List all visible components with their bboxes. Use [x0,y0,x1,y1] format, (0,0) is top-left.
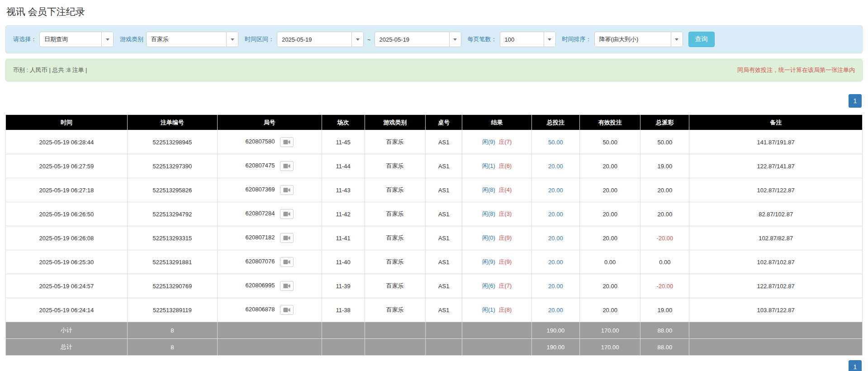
sort-order-label: 时间排序： [562,35,592,43]
cell-game-type: 百家乐 [365,202,425,226]
total-bet-link[interactable]: 20.00 [548,235,563,242]
column-header: 桌号 [426,115,462,130]
cell-time: 2025-05-19 06:26:50 [6,202,128,226]
cell-payout: 19.00 [640,298,689,322]
video-camera-icon [283,283,290,289]
sort-order-caret-button[interactable] [671,32,683,47]
cell-round-id: 620807284 [217,202,322,226]
cell-time: 2025-05-19 06:25:30 [6,250,128,274]
subtotal-label: 小计 [6,322,128,339]
cell-note: 102.87/82.87 [689,226,863,250]
video-replay-button[interactable] [280,281,294,291]
total-bet-link[interactable]: 20.00 [548,211,563,218]
cell-result: 闲(8) 庄(3) [462,202,531,226]
round-id-text: 620807182 [245,234,275,241]
date-to-caret-button[interactable] [449,32,461,47]
pagination-bottom: 1 [5,360,862,371]
cell-bet-id: 522513290769 [127,274,217,298]
total-bet-link[interactable]: 20.00 [548,259,563,266]
cell-result: 闲(6) 庄(7) [462,274,531,298]
video-replay-button[interactable] [280,257,294,267]
total-bet-link[interactable]: 20.00 [548,187,563,194]
cell-result: 闲(1) 庄(6) [462,154,531,178]
cell-bet-id: 522513291881 [127,250,217,274]
query-type-value: 日期查询 [40,32,101,47]
game-type-caret-button[interactable] [226,32,238,47]
video-replay-button[interactable] [280,137,294,147]
page-size-label: 每页笔数： [468,35,497,43]
cell-result: 闲(9) 庄(9) [462,250,531,274]
cell-payout: -20.00 [640,274,689,298]
table-body: 2025-05-19 06:28:44 522513298945 6208075… [6,130,863,322]
column-header: 有效投注 [579,115,640,130]
video-replay-button[interactable] [280,233,294,243]
cell-game-type: 百家乐 [365,250,425,274]
cell-total-bet: 20.00 [531,226,579,250]
column-header: 时间 [6,115,128,130]
chevron-down-icon [106,38,109,41]
cell-session: 11-45 [322,130,365,154]
cell-table-no: AS1 [426,226,462,250]
cell-note: 122.87/102.87 [689,274,863,298]
result-player: 闲(9) [482,138,495,145]
sort-order-value: 降幂(由大到小) [595,32,671,47]
search-button[interactable]: 查询 [688,32,715,47]
total-bet-link[interactable]: 50.00 [548,139,563,146]
query-type-caret-button[interactable] [101,32,113,47]
grand-total-valid-bet: 170.00 [579,339,640,356]
cell-valid-bet: 20.00 [579,274,640,298]
video-replay-button[interactable] [280,185,294,195]
chevron-down-icon [453,38,457,41]
total-bet-link[interactable]: 20.00 [548,283,563,290]
column-header: 局号 [217,115,322,130]
cell-table-no: AS1 [426,250,462,274]
round-id-text: 620807580 [245,138,275,145]
sort-order-dropdown[interactable]: 降幂(由大到小) [594,32,683,47]
cell-game-type: 百家乐 [365,298,425,322]
empty-cell [462,339,531,356]
result-player: 闲(6) [482,282,495,289]
date-to-dropdown[interactable]: 2025-05-19 [375,32,461,47]
empty-cell [365,339,425,356]
empty-cell [426,339,462,356]
page-size-dropdown[interactable]: 100 [500,32,556,47]
total-bet-link[interactable]: 20.00 [548,307,563,314]
video-replay-button[interactable] [280,161,294,171]
cell-result: 闲(9) 庄(7) [462,130,531,154]
column-header: 注单编号 [127,115,217,130]
bet-record-row: 2025-05-19 06:24:14 522513289119 6208068… [6,298,863,322]
bet-record-row: 2025-05-19 06:27:18 522513295826 6208073… [6,178,863,202]
empty-cell [322,339,365,356]
page-1-button[interactable]: 1 [849,94,862,108]
empty-cell [217,339,322,356]
cell-result: 闲(1) 庄(8) [462,298,531,322]
cell-round-id: 620807475 [217,154,322,178]
page-1-button[interactable]: 1 [849,360,862,371]
chevron-down-icon [548,38,551,41]
filter-bar: 请选择： 日期查询 游戏类别 百家乐 时间区间： 2025-05-19 ~ 20… [5,25,863,53]
cell-time: 2025-05-19 06:27:18 [6,178,128,202]
query-type-dropdown[interactable]: 日期查询 [39,32,114,47]
grand-total-row: 总计 8 190.00 170.00 88.00 [6,339,863,356]
column-header: 备注 [689,115,863,130]
game-type-dropdown[interactable]: 百家乐 [146,32,238,47]
empty-cell [462,322,531,339]
video-replay-button[interactable] [280,209,294,219]
cell-result: 闲(8) 庄(4) [462,178,531,202]
video-camera-icon [283,139,290,145]
cell-bet-id: 522513298945 [127,130,217,154]
page-size-caret-button[interactable] [544,32,555,47]
date-from-caret-button[interactable] [351,32,363,47]
video-replay-button[interactable] [280,305,294,315]
cell-valid-bet: 20.00 [579,202,640,226]
cell-bet-id: 522513297390 [127,154,217,178]
subtotal-payout: 88.00 [640,322,689,339]
cell-time: 2025-05-19 06:27:59 [6,154,128,178]
cell-game-type: 百家乐 [365,274,425,298]
total-bet-link[interactable]: 20.00 [548,163,563,170]
subtotal-total-bet: 190.00 [531,322,579,339]
date-to-value: 2025-05-19 [375,32,449,47]
date-from-dropdown[interactable]: 2025-05-19 [277,32,364,47]
round-id-text: 620806878 [245,306,275,313]
round-id-text: 620807076 [245,258,275,265]
